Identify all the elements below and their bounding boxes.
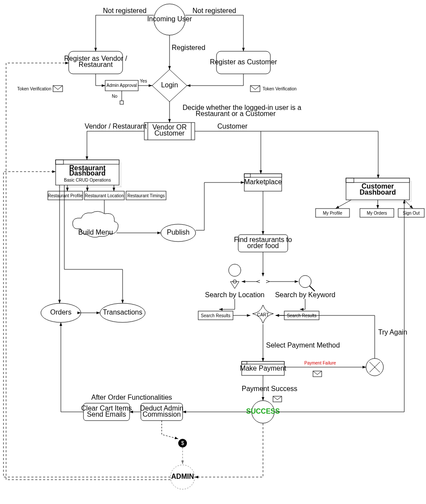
label-after-order: After Order Functionalities [91, 394, 172, 401]
node-my-orders: My Orders [360, 209, 394, 217]
svg-text:SUCCESS: SUCCESS [246, 408, 280, 415]
node-restaurant-location: Restaurant Location [84, 191, 124, 200]
node-cart: CART [253, 305, 273, 323]
node-make-payment: Make Payment [240, 361, 286, 375]
svg-rect-41 [244, 174, 250, 177]
node-build-menu: Build Menu [73, 211, 118, 237]
svg-rect-76 [346, 178, 409, 182]
node-search-results-left: Search Results [198, 311, 233, 320]
node-register-vendor: Register as Vendor / Restaurant [64, 51, 128, 74]
svg-text:Customer: Customer [154, 129, 185, 137]
edge-registered: Registered [172, 44, 205, 51]
svg-text:Dashboard: Dashboard [359, 189, 396, 196]
edge-not-registered-right: Not registered [193, 7, 236, 14]
svg-text:Login: Login [161, 81, 178, 89]
envelope-icon [53, 86, 63, 92]
label-payment-failure: Payment Failure [304, 361, 336, 365]
node-clear-cart: Clear Cart Items Send Emails [81, 403, 132, 421]
svg-text:Admin Approval: Admin Approval [106, 83, 137, 88]
svg-text:Basic CRUD Operations: Basic CRUD Operations [64, 178, 111, 182]
svg-text:Dashboard: Dashboard [69, 169, 106, 177]
node-register-customer: Register as Customer [210, 51, 277, 74]
svg-rect-19 [56, 160, 119, 164]
node-login: Login [152, 70, 187, 102]
dollar-icon: $ [178, 439, 187, 448]
node-incoming-user: Incoming User [147, 4, 192, 35]
failure-icon [366, 358, 383, 376]
label-token-left: Token Verification [17, 86, 51, 91]
svg-line-48 [310, 286, 315, 291]
svg-text:order food: order food [247, 242, 279, 249]
node-deduct-commission: Deduct Admin Commission [140, 403, 183, 421]
node-my-profile: My Profile [316, 209, 349, 217]
edge-no: No [112, 94, 117, 99]
label-try-again: Try Again [378, 328, 407, 336]
label-select-payment: Select Payment Method [266, 342, 340, 349]
svg-text:Publish: Publish [167, 229, 190, 236]
svg-text:Make Payment: Make Payment [240, 365, 286, 372]
svg-rect-77 [346, 178, 354, 182]
node-orders: Orders [41, 303, 81, 322]
svg-text:Send Emails: Send Emails [87, 411, 126, 418]
svg-text:Register as Customer: Register as Customer [210, 58, 277, 66]
node-find-restaurants: Find restaurants to order food [234, 235, 292, 252]
label-search-location: Search by Location [205, 291, 265, 298]
edge-vendor: Vendor / Restaurant [85, 123, 147, 130]
label-search-keyword: Search by Keyword [275, 291, 336, 298]
node-admin-approval: Admin Approval [105, 80, 138, 91]
svg-text:ADMIN: ADMIN [171, 473, 194, 480]
svg-text:My Orders: My Orders [367, 211, 387, 216]
node-vendor-or-customer: Vendor OR Customer [144, 123, 195, 140]
node-sign-out: Sign Out [398, 209, 424, 217]
node-marketplace: Marketplace [244, 174, 282, 191]
svg-text:Restaurant Timings: Restaurant Timings [127, 193, 165, 198]
node-restaurant-profile: Restaurant Profile [48, 191, 83, 200]
svg-text:Incoming User: Incoming User [147, 15, 192, 23]
svg-rect-56 [242, 361, 247, 364]
svg-text:Commission: Commission [143, 411, 181, 418]
svg-text:CART: CART [257, 312, 269, 317]
node-restaurant-dashboard: Restaurant Dashboard Basic CRUD Operatio… [56, 160, 122, 187]
magnifier-icon [299, 275, 315, 291]
svg-text:Sign Out: Sign Out [403, 211, 420, 216]
label-payment-success: Payment Success [242, 385, 297, 392]
edge-not-registered-left: Not registered [103, 7, 147, 14]
svg-rect-20 [56, 160, 63, 164]
node-publish: Publish [161, 224, 196, 242]
svg-text:Restaurant Profile: Restaurant Profile [48, 193, 83, 198]
envelope-icon [273, 396, 282, 402]
svg-text:My Profile: My Profile [323, 211, 343, 216]
svg-rect-55 [242, 361, 284, 364]
label-decide-l2: Restaurant or a Customer [196, 110, 276, 117]
envelope-icon [250, 86, 260, 92]
svg-point-47 [299, 275, 311, 288]
svg-text:Build Menu: Build Menu [78, 229, 113, 236]
svg-text:Search Results: Search Results [201, 313, 230, 318]
node-customer-dashboard: Customer Dashboard [346, 178, 411, 202]
svg-text:Restaurant Location: Restaurant Location [85, 193, 124, 198]
envelope-icon [313, 371, 322, 377]
location-pin-icon [229, 264, 241, 288]
svg-text:Transactions: Transactions [103, 308, 143, 316]
label-token-right: Token Verification [263, 86, 296, 91]
node-restaurant-timings: Restaurant Timings [126, 191, 166, 200]
node-transactions: Transactions [100, 303, 145, 322]
svg-text:Orders: Orders [50, 308, 72, 316]
node-admin: ADMIN [170, 465, 195, 489]
svg-text:Restaurant: Restaurant [79, 61, 113, 68]
svg-rect-10 [120, 101, 123, 104]
svg-text:$: $ [181, 440, 184, 446]
edge-yes: Yes [140, 79, 147, 83]
svg-text:Marketplace: Marketplace [244, 178, 282, 186]
edge-customer: Customer [217, 123, 248, 130]
flow-diagram: Incoming User Not registered Not registe… [0, 0, 426, 504]
